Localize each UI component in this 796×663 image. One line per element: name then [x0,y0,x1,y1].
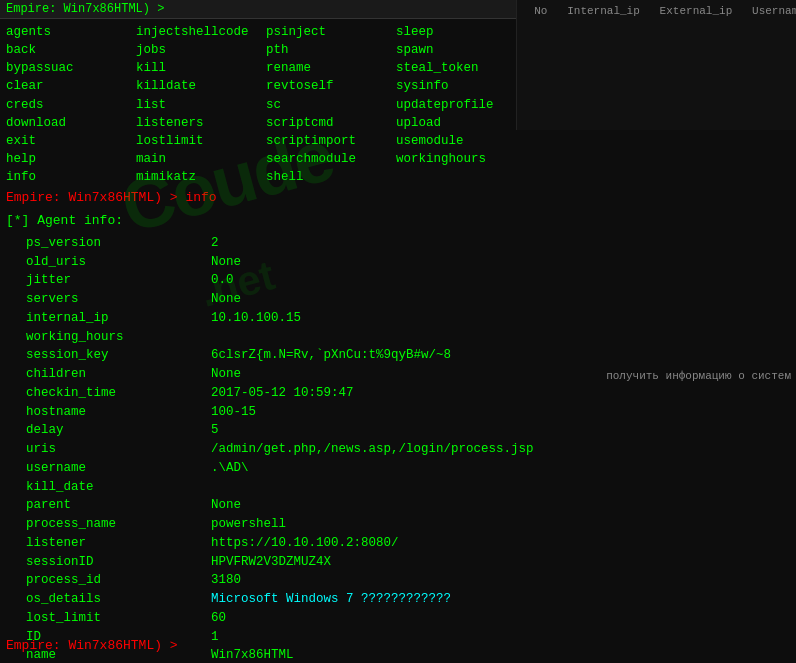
right-panel: No Internal_ip External_ip Username [516,0,796,130]
cmd-mimikatz: mimikatz [136,168,266,186]
key-lost-limit: lost_limit [26,609,211,628]
cmd-psinject: psinject [266,23,396,41]
row-session-id: sessionID HPVFRW2V3DZMUZ4X [26,553,790,572]
val-jitter: 0.0 [211,271,234,290]
key-kill-date: kill_date [26,478,211,497]
info-table: ps_version 2 old_uris None jitter 0.0 se… [26,234,790,663]
cmd-list: list [136,96,266,114]
cmd-agents: agents [6,23,136,41]
row-delay: delay 5 [26,421,790,440]
key-parent: parent [26,496,211,515]
cmd-pth: pth [266,41,396,59]
row-process-id: process_id 3180 [26,571,790,590]
row-process-name: process_name powershell [26,515,790,534]
right-panel-content [521,21,792,33]
cmd-listeners: listeners [136,114,266,132]
terminal-window: Empire: Win7x86HTML) > No Internal_ip Ex… [0,0,796,663]
info-prompt: Empire: Win7x86HTML) > info [6,188,217,209]
row-servers: servers None [26,290,790,309]
val-os-details: Microsoft Windows 7 ???????????? [211,590,451,609]
cmd-lostlimit: lostlimit [136,132,266,150]
val-session-key: 6clsrZ{m.N=Rv,`pXnCu:t%9qyB#w/~8 [211,346,451,365]
cmd-steal-token: steal_token [396,59,526,77]
val-parent: None [211,496,241,515]
val-ps-version: 2 [211,234,219,253]
row-checkin-time: checkin_time 2017-05-12 10:59:47 [26,384,790,403]
row-old-uris: old_uris None [26,253,790,272]
key-os-details: os_details [26,590,211,609]
key-working-hours: working_hours [26,328,211,347]
key-hostname: hostname [26,403,211,422]
val-username: .\AD\ [211,459,249,478]
cmd-col-4: sleep spawn steal_token sysinfo updatepr… [396,23,526,186]
val-hostname: 100-15 [211,403,256,422]
cmd-back: back [6,41,136,59]
right-panel-header: No Internal_ip External_ip Username [521,4,792,19]
key-process-name: process_name [26,515,211,534]
cmd-creds: creds [6,96,136,114]
val-lost-limit: 60 [211,609,226,628]
cmd-download: download [6,114,136,132]
key-listener: listener [26,534,211,553]
row-hostname: hostname 100-15 [26,403,790,422]
key-servers: servers [26,290,211,309]
row-listener: listener https://10.10.100.2:8080/ [26,534,790,553]
cmd-upload: upload [396,114,526,132]
cmd-sleep: sleep [396,23,526,41]
key-delay: delay [26,421,211,440]
cmd-rename: rename [266,59,396,77]
bottom-prompt: Empire: Win7x86HTML) > [6,636,178,657]
key-process-id: process_id [26,571,211,590]
val-listener: https://10.10.100.2:8080/ [211,534,399,553]
row-uris: uris /admin/get.php,/news.asp,/login/pro… [26,440,790,459]
key-old-uris: old_uris [26,253,211,272]
row-working-hours: working_hours [26,328,790,347]
row-username: username .\AD\ [26,459,790,478]
row-os-details: os_details Microsoft Windows 7 ?????????… [26,590,790,609]
cmd-col-1: agents back bypassuac clear creds downlo… [6,23,136,186]
info-command-line: Empire: Win7x86HTML) > info [6,188,790,209]
val-delay: 5 [211,421,219,440]
val-checkin-time: 2017-05-12 10:59:47 [211,384,354,403]
side-note: получить информацию о систем [606,370,791,382]
cmd-injectshellcode: injectshellcode [136,23,266,41]
val-old-uris: None [211,253,241,272]
key-uris: uris [26,440,211,459]
val-session-id: HPVFRW2V3DZMUZ4X [211,553,331,572]
key-jitter: jitter [26,271,211,290]
val-process-id: 3180 [211,571,241,590]
row-ps-version: ps_version 2 [26,234,790,253]
cmd-sysinfo: sysinfo [396,77,526,95]
row-lost-limit: lost_limit 60 [26,609,790,628]
val-servers: None [211,290,241,309]
row-kill-date: kill_date [26,478,790,497]
val-id: 1 [211,628,219,647]
cmd-shell: shell [266,168,396,186]
cmd-spawn: spawn [396,41,526,59]
row-parent: parent None [26,496,790,515]
cmd-help: help [6,150,136,168]
cmd-scriptcmd: scriptcmd [266,114,396,132]
cmd-jobs: jobs [136,41,266,59]
cmd-scriptimport: scriptimport [266,132,396,150]
cmd-col-3: psinject pth rename revtoself sc scriptc… [266,23,396,186]
cmd-bypassuac: bypassuac [6,59,136,77]
cmd-updateprofile: updateprofile [396,96,526,114]
cmd-kill: kill [136,59,266,77]
top-prompt: Empire: Win7x86HTML) > [6,2,164,16]
val-children: None [211,365,241,384]
val-uris: /admin/get.php,/news.asp,/login/process.… [211,440,534,459]
key-ps-version: ps_version [26,234,211,253]
cmd-revtoself: revtoself [266,77,396,95]
key-session-key: session_key [26,346,211,365]
cmd-killdate: killdate [136,77,266,95]
agent-header: [*] Agent info: [6,213,790,228]
key-checkin-time: checkin_time [26,384,211,403]
row-internal-ip: internal_ip 10.10.100.15 [26,309,790,328]
cmd-clear: clear [6,77,136,95]
cmd-searchmodule: searchmodule [266,150,396,168]
key-username: username [26,459,211,478]
cmd-info: info [6,168,136,186]
val-process-name: powershell [211,515,286,534]
key-children: children [26,365,211,384]
